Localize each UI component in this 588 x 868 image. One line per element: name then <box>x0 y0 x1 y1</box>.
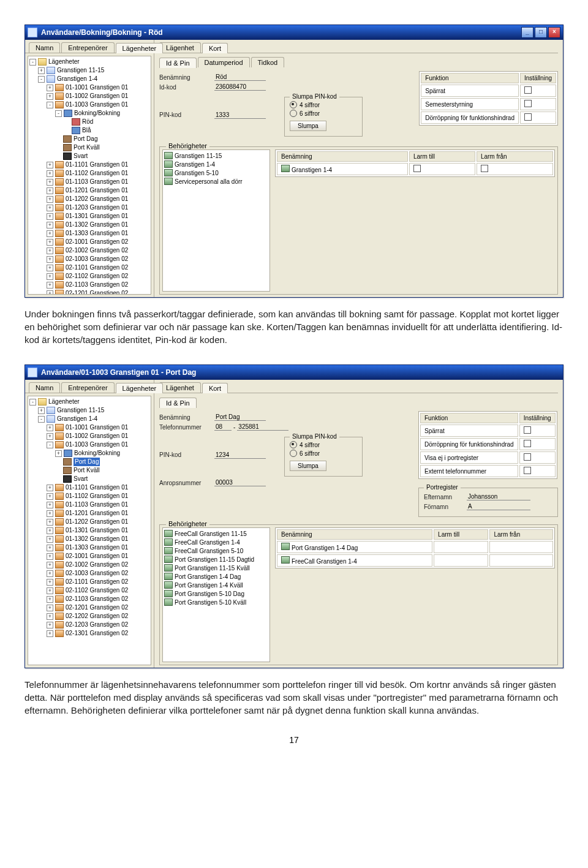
tel-num-input[interactable]: 325881 <box>237 423 288 431</box>
tree-node[interactable]: +02-1102 Granstigen 02 <box>29 272 149 281</box>
expand-icon[interactable]: + <box>47 493 53 500</box>
tree-node[interactable]: +01-1301 Granstigen 01 <box>29 212 149 221</box>
expand-icon[interactable]: + <box>47 553 53 560</box>
tree-node[interactable]: -Granstigen 1-4 <box>29 415 149 423</box>
beh-list-item[interactable]: Granstigen 1-4 <box>164 160 268 168</box>
tab-id-&-pin[interactable]: Id & Pin <box>159 58 197 68</box>
tree-node[interactable]: +01-1302 Granstigen 01 <box>29 221 149 229</box>
beh-list-item[interactable]: FreeCall Granstigen 5-10 <box>164 546 268 555</box>
titlebar[interactable]: Användare/Bokning/Bokning - Röd _ □ × <box>25 25 563 40</box>
expand-icon[interactable]: + <box>55 450 62 457</box>
close-button[interactable]: × <box>548 27 560 38</box>
expand-icon[interactable]: - <box>29 399 36 406</box>
tab-namn[interactable]: Namn <box>29 382 60 393</box>
tree-node[interactable]: +02-1003 Granstigen 02 <box>29 255 149 263</box>
expand-icon[interactable]: + <box>47 179 53 186</box>
tree-node[interactable]: +Granstigen 11-15 <box>29 66 149 75</box>
func-checkbox[interactable] <box>524 453 531 461</box>
tree-node[interactable]: Port Dag <box>29 135 149 143</box>
func-checkbox[interactable] <box>524 440 531 447</box>
expand-icon[interactable]: + <box>47 247 53 254</box>
expand-icon[interactable]: + <box>47 213 53 220</box>
tree-node[interactable]: -Granstigen 1-4 <box>29 75 149 83</box>
efternamn-input[interactable]: Johansson <box>467 493 530 500</box>
expand-icon[interactable]: - <box>29 59 36 66</box>
tree-node[interactable]: +02-1001 Granstigen 01 <box>29 552 149 560</box>
radio-6siffror[interactable] <box>290 110 297 117</box>
tree-node[interactable]: +01-1301 Granstigen 01 <box>29 526 149 535</box>
tree-node[interactable]: +02-1203 Granstigen 02 <box>29 621 149 629</box>
tree-node[interactable]: Port Dag <box>29 458 149 466</box>
tree-node[interactable]: Port Kväll <box>29 143 149 152</box>
beh-list-item[interactable]: Port Granstigen 11-15 Kväll <box>164 564 268 572</box>
tree-node[interactable]: +01-1101 Granstigen 01 <box>29 483 149 492</box>
expand-icon[interactable]: + <box>47 630 53 637</box>
tree-node[interactable]: +02-1003 Granstigen 02 <box>29 569 149 578</box>
larm-till-chk[interactable] <box>413 165 421 172</box>
expand-icon[interactable]: + <box>47 239 53 246</box>
func-checkbox[interactable] <box>524 113 532 121</box>
tree-view[interactable]: -Lägenheter+Granstigen 11-15-Granstigen … <box>28 396 151 665</box>
expand-icon[interactable]: + <box>47 433 53 440</box>
tree-node[interactable]: +01-1002 Granstigen 01 <box>29 432 149 440</box>
maximize-button[interactable]: □ <box>535 27 547 38</box>
tree-node[interactable]: -Lägenheter <box>29 58 149 66</box>
tree-node[interactable]: +Granstigen 11-15 <box>29 406 149 415</box>
expand-icon[interactable]: + <box>47 596 53 603</box>
tab-lägenhet[interactable]: Lägenhet <box>159 382 201 393</box>
beh-list-item[interactable]: Granstigen 11-15 <box>164 151 268 160</box>
func-checkbox[interactable] <box>524 86 532 94</box>
tab-kort[interactable]: Kort <box>202 43 228 53</box>
tab-entrepenörer[interactable]: Entrepenörer <box>61 382 114 393</box>
func-checkbox[interactable] <box>524 100 532 107</box>
tree-node[interactable]: +01-1303 Granstigen 01 <box>29 543 149 552</box>
expand-icon[interactable]: + <box>47 510 53 517</box>
slumpa-button[interactable]: Slumpa <box>290 121 326 131</box>
func-checkbox[interactable] <box>524 426 531 434</box>
expand-icon[interactable]: + <box>47 196 53 203</box>
expand-icon[interactable]: - <box>38 416 45 423</box>
tree-node[interactable]: +02-1201 Granstigen 02 <box>29 289 149 295</box>
beh-list-item[interactable]: Port Granstigen 1-4 Kväll <box>164 581 268 589</box>
tree-node[interactable]: +01-1102 Granstigen 01 <box>29 492 149 500</box>
expand-icon[interactable]: + <box>47 265 53 271</box>
behorigheter-list[interactable]: Granstigen 11-15Granstigen 1-4Granstigen… <box>162 149 270 292</box>
tree-node[interactable]: -Bokning/Bokning <box>29 109 149 118</box>
tree-node[interactable]: Svart <box>29 475 149 483</box>
expand-icon[interactable]: + <box>47 562 53 568</box>
tree-node[interactable]: +01-1001 Granstigen 01 <box>29 423 149 432</box>
expand-icon[interactable]: + <box>47 613 53 620</box>
tree-node[interactable]: +02-1001 Granstigen 02 <box>29 238 149 246</box>
tree-node[interactable]: +02-1101 Granstigen 02 <box>29 263 149 272</box>
func-checkbox[interactable] <box>524 467 531 474</box>
tree-node[interactable]: +02-1002 Granstigen 02 <box>29 246 149 255</box>
expand-icon[interactable]: + <box>47 502 53 508</box>
tab-datumperiod[interactable]: Datumperiod <box>198 57 250 67</box>
beh-list-item[interactable]: Port Granstigen 1-4 Dag <box>164 572 268 581</box>
pinkod-input[interactable]: 1234 <box>214 451 266 459</box>
expand-icon[interactable]: + <box>47 519 53 526</box>
tree-node[interactable]: Port Kväll <box>29 466 149 475</box>
tel-area-input[interactable]: 08 <box>214 423 232 431</box>
tree-node[interactable]: Röd <box>29 118 149 126</box>
tree-node[interactable]: +02-1301 Granstigen 02 <box>29 629 149 638</box>
radio-4siffror[interactable] <box>290 441 297 448</box>
tab-namn[interactable]: Namn <box>29 42 60 53</box>
slumpa-button[interactable]: Slumpa <box>290 461 326 471</box>
beh-list-item[interactable]: Port Granstigen 5-10 Dag <box>164 589 268 598</box>
radio-4siffror[interactable] <box>290 101 297 108</box>
radio-6siffror[interactable] <box>290 450 297 457</box>
tab-entrepenörer[interactable]: Entrepenörer <box>61 42 114 53</box>
expand-icon[interactable]: + <box>47 85 53 91</box>
tree-node[interactable]: +02-1201 Granstigen 02 <box>29 603 149 612</box>
expand-icon[interactable]: + <box>47 187 53 194</box>
tab-lägenheter[interactable]: Lägenheter <box>116 383 164 393</box>
expand-icon[interactable]: + <box>47 545 53 551</box>
beh-list-item[interactable]: Port Granstigen 5-10 Kväll <box>164 598 268 606</box>
tab-lägenhet[interactable]: Lägenhet <box>159 42 201 53</box>
expand-icon[interactable]: - <box>47 102 53 108</box>
expand-icon[interactable]: + <box>47 527 53 534</box>
expand-icon[interactable]: + <box>47 570 53 577</box>
expand-icon[interactable]: + <box>47 579 53 586</box>
expand-icon[interactable]: + <box>47 485 53 491</box>
